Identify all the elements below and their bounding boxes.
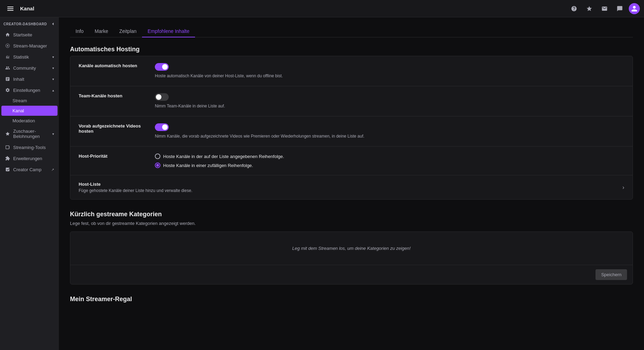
home-icon bbox=[5, 32, 10, 37]
save-button[interactable]: Speichern bbox=[596, 269, 627, 280]
team-host-label-area: Team-Kanäle hosten bbox=[79, 93, 155, 98]
statistik-chevron: ▾ bbox=[52, 55, 54, 59]
auto-host-desc: Hoste automatisch Kanäle von deiner Host… bbox=[155, 73, 624, 79]
sidebar-item-community-label: Community bbox=[13, 65, 50, 71]
sidebar-item-zuschauer[interactable]: Zuschauer-Belohnungen ▾ bbox=[1, 126, 58, 142]
host-priority-content: Hoste Kanäle in der auf der Liste angege… bbox=[155, 154, 624, 168]
stream-manager-icon bbox=[5, 43, 10, 49]
tab-zeitplan[interactable]: Zeitplan bbox=[114, 26, 142, 37]
sidebar-item-einstellungen[interactable]: Einstellungen ▴ bbox=[1, 85, 58, 96]
sidebar-item-community[interactable]: Community ▾ bbox=[1, 62, 58, 73]
main-layout: Creator-Dashboard Startseite Stream-Mana… bbox=[0, 17, 644, 350]
sidebar-item-startseite[interactable]: Startseite bbox=[1, 29, 58, 40]
sidebar-item-einstellungen-label: Einstellungen bbox=[13, 88, 50, 93]
sidebar-item-inhalt[interactable]: Inhalt ▾ bbox=[1, 73, 58, 85]
host-list-row[interactable]: Host-Liste Füge gehostete Kanäle deiner … bbox=[70, 175, 633, 199]
hamburger-button[interactable] bbox=[4, 2, 17, 15]
autohosting-title: Automatisches Hosting bbox=[70, 46, 633, 53]
sidebar-item-kanal-label: Kanal bbox=[12, 108, 24, 113]
sidebar-item-startseite-label: Startseite bbox=[13, 32, 54, 37]
host-priority-random[interactable]: Hoste Kanäle in einer zufälligen Reihenf… bbox=[155, 163, 624, 168]
host-priority-ordered[interactable]: Hoste Kanäle in der auf der Liste angege… bbox=[155, 154, 624, 159]
prerecorded-host-label: Vorab aufgezeichnete Videos hosten bbox=[79, 123, 141, 134]
user-icon bbox=[631, 5, 638, 12]
prerecorded-host-toggle[interactable] bbox=[155, 123, 169, 131]
topbar-left: Kanal bbox=[4, 2, 34, 15]
prerecorded-host-content: Nimm Kanäle, die vorab aufgezeichnete Vi… bbox=[155, 123, 624, 139]
sidebar-item-kanal[interactable]: Kanal bbox=[1, 106, 58, 116]
sidebar-item-statistik[interactable]: Statistik ▾ bbox=[1, 51, 58, 62]
host-list-desc: Füge gehostete Kanäle deiner Liste hinzu… bbox=[79, 188, 623, 193]
autohosting-card: Kanäle automatisch hosten Hoste automati… bbox=[70, 56, 633, 200]
recent-categories-card: Leg mit dem Streamen los, um deine Kateg… bbox=[70, 231, 633, 285]
sidebar-collapse-button[interactable] bbox=[51, 21, 55, 26]
sidebar-header-label: Creator-Dashboard bbox=[3, 22, 47, 26]
inhalt-chevron: ▾ bbox=[52, 77, 54, 81]
sidebar-header: Creator-Dashboard bbox=[0, 17, 59, 29]
host-priority-label: Host-Priorität bbox=[79, 154, 107, 159]
inhalt-icon bbox=[5, 76, 10, 82]
radio-random bbox=[155, 163, 160, 168]
team-host-label: Team-Kanäle hosten bbox=[79, 93, 122, 98]
sidebar-item-creator-camp[interactable]: Creator Camp ↗ bbox=[1, 164, 58, 175]
sidebar: Creator-Dashboard Startseite Stream-Mana… bbox=[0, 17, 59, 350]
host-list-chevron-icon: › bbox=[623, 184, 624, 191]
auto-host-label: Kanäle automatisch hosten bbox=[79, 63, 137, 68]
sidebar-item-statistik-label: Statistik bbox=[13, 54, 50, 60]
host-priority-radio-group: Hoste Kanäle in der auf der Liste angege… bbox=[155, 154, 624, 168]
empty-state-text: Leg mit dem Streamen los, um deine Kateg… bbox=[292, 246, 411, 251]
streamer-shelf-title: Mein Streamer-Regal bbox=[70, 296, 633, 303]
zuschauer-icon bbox=[5, 131, 10, 137]
community-chevron: ▾ bbox=[52, 66, 54, 70]
recent-categories-empty: Leg mit dem Streamen los, um deine Kateg… bbox=[70, 232, 633, 265]
host-priority-label-area: Host-Priorität bbox=[79, 154, 155, 159]
radio-ordered bbox=[155, 154, 160, 159]
tab-marke[interactable]: Marke bbox=[89, 26, 114, 37]
sidebar-item-stream-manager[interactable]: Stream-Manager bbox=[1, 40, 58, 51]
external-link-icon: ↗ bbox=[51, 168, 54, 172]
radio-random-label: Hoste Kanäle in einer zufälligen Reihenf… bbox=[163, 163, 253, 168]
sidebar-item-zuschauer-label: Zuschauer-Belohnungen bbox=[13, 129, 50, 139]
auto-host-toggle[interactable] bbox=[155, 63, 169, 71]
sidebar-item-creator-camp-label: Creator Camp bbox=[13, 167, 48, 172]
sidebar-item-erweiterungen[interactable]: Erweiterungen bbox=[1, 153, 58, 164]
chat-icon bbox=[617, 6, 623, 12]
favorite-button[interactable] bbox=[583, 2, 596, 15]
content-area: Info Marke Zeitplan Empfohlene Inhalte A… bbox=[59, 17, 644, 350]
topbar-right bbox=[568, 2, 640, 15]
sidebar-item-streaming-tools[interactable]: Streaming-Tools bbox=[1, 142, 58, 153]
host-priority-row: Host-Priorität Hoste Kanäle in der auf d… bbox=[70, 147, 633, 175]
sidebar-item-moderation-label: Moderation bbox=[12, 118, 35, 123]
sidebar-item-moderation[interactable]: Moderation bbox=[1, 116, 58, 126]
statistik-icon bbox=[5, 54, 10, 60]
prerecorded-host-desc: Nimm Kanäle, die vorab aufgezeichnete Vi… bbox=[155, 133, 624, 139]
sidebar-item-erweiterungen-label: Erweiterungen bbox=[13, 156, 54, 161]
erweiterungen-icon bbox=[5, 156, 10, 161]
auto-host-content: Hoste automatisch Kanäle von deiner Host… bbox=[155, 63, 624, 79]
creator-camp-icon bbox=[5, 167, 10, 172]
chat-button[interactable] bbox=[614, 2, 626, 15]
topbar-title: Kanal bbox=[20, 6, 34, 11]
sidebar-item-stream[interactable]: Stream bbox=[1, 96, 58, 106]
mail-button[interactable] bbox=[598, 2, 611, 15]
host-list-title: Host-Liste bbox=[79, 182, 623, 187]
auto-host-label-area: Kanäle automatisch hosten bbox=[79, 63, 155, 68]
radio-ordered-label: Hoste Kanäle in der auf der Liste angege… bbox=[163, 154, 284, 159]
team-host-desc: Nimm Team-Kanäle in deine Liste auf. bbox=[155, 103, 624, 109]
team-host-row: Team-Kanäle hosten Nimm Team-Kanäle in d… bbox=[70, 86, 633, 116]
prerecorded-host-label-area: Vorab aufgezeichnete Videos hosten bbox=[79, 123, 155, 134]
prerecorded-host-row: Vorab aufgezeichnete Videos hosten Nimm … bbox=[70, 116, 633, 147]
avatar[interactable] bbox=[629, 3, 640, 14]
sidebar-item-inhalt-label: Inhalt bbox=[13, 77, 50, 82]
zuschauer-chevron: ▾ bbox=[52, 132, 54, 136]
team-host-toggle[interactable] bbox=[155, 93, 169, 101]
star-icon bbox=[586, 6, 592, 12]
mail-icon bbox=[601, 6, 608, 12]
recent-categories-desc: Lege fest, ob von dir gestreamte Kategor… bbox=[70, 221, 633, 226]
sidebar-item-stream-manager-label: Stream-Manager bbox=[13, 43, 54, 49]
tab-info[interactable]: Info bbox=[70, 26, 89, 37]
help-button[interactable] bbox=[568, 2, 580, 15]
tab-empfohlene-inhalte[interactable]: Empfohlene Inhalte bbox=[142, 26, 195, 37]
tabs: Info Marke Zeitplan Empfohlene Inhalte bbox=[70, 26, 633, 37]
topbar: Kanal bbox=[0, 0, 644, 17]
